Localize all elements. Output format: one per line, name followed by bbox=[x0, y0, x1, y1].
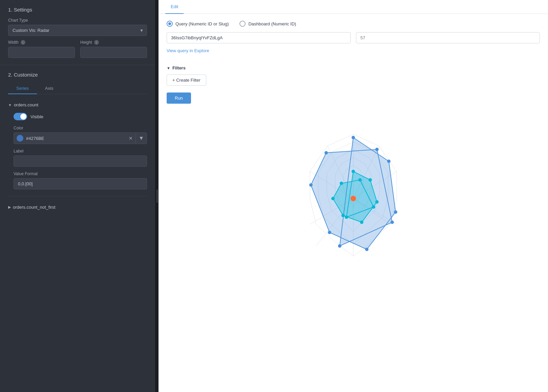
dot bbox=[309, 183, 313, 187]
series-label-orders-count-not-first: orders.count_not_first bbox=[13, 205, 56, 210]
label-field-label: Label bbox=[14, 149, 147, 153]
series-label-orders-count: orders.count bbox=[14, 102, 38, 107]
dot bbox=[372, 205, 375, 209]
color-clear-icon[interactable]: ✕ bbox=[126, 133, 135, 143]
height-label: Height i bbox=[80, 40, 147, 45]
filters-section: ▼ Filters + Create Filter bbox=[167, 65, 540, 86]
width-height-row: Width i Height i bbox=[8, 40, 147, 58]
series-item-orders-count: ▼ orders.count Visible Color bbox=[8, 101, 147, 189]
chart-container bbox=[167, 110, 540, 287]
width-label: Width i bbox=[8, 40, 75, 45]
drag-handle bbox=[156, 189, 158, 203]
query-id-input[interactable] bbox=[167, 32, 351, 43]
radio-row: Query (Numeric ID or Slug) Dashboard (Nu… bbox=[167, 21, 540, 27]
create-filter-button[interactable]: + Create Filter bbox=[167, 75, 206, 86]
center-dot bbox=[351, 196, 356, 201]
top-tab-edit[interactable]: Edit bbox=[165, 0, 184, 14]
color-label: Color bbox=[14, 126, 147, 130]
dashboard-radio-option[interactable]: Dashboard (Numeric ID) bbox=[239, 21, 296, 27]
dot bbox=[391, 221, 394, 224]
filters-header[interactable]: ▼ Filters bbox=[167, 65, 540, 70]
chart-type-select[interactable]: Custom Vis: Radar bbox=[8, 25, 147, 36]
dashboard-radio-label: Dashboard (Numeric ID) bbox=[248, 21, 296, 26]
right-content: Query (Numeric ID or Slug) Dashboard (Nu… bbox=[159, 14, 548, 392]
customize-title: 2. Customize bbox=[8, 72, 147, 78]
series-divider bbox=[8, 196, 147, 197]
dot bbox=[394, 210, 397, 214]
color-swatch[interactable] bbox=[17, 135, 23, 142]
series-header-orders-count[interactable]: ▼ orders.count bbox=[8, 101, 147, 109]
visible-row: Visible bbox=[14, 113, 147, 120]
tab-series[interactable]: Series bbox=[8, 83, 37, 94]
panel-divider[interactable] bbox=[156, 0, 159, 392]
radar-chart bbox=[265, 117, 441, 280]
dot bbox=[331, 197, 335, 200]
width-field-group: Width i bbox=[8, 40, 75, 58]
query-radio-circle bbox=[167, 21, 173, 27]
dot bbox=[375, 200, 379, 204]
query-radio-label: Query (Numeric ID or Slug) bbox=[175, 21, 229, 26]
dot bbox=[352, 136, 355, 139]
dot bbox=[352, 170, 355, 173]
dot bbox=[345, 215, 348, 219]
customize-tabs: Series Axis bbox=[8, 83, 147, 94]
run-button[interactable]: Run bbox=[167, 92, 191, 104]
dot bbox=[368, 178, 372, 182]
color-value-input[interactable] bbox=[26, 134, 126, 143]
filters-chevron-icon: ▼ bbox=[167, 66, 170, 70]
dot bbox=[358, 178, 362, 182]
settings-title: 1. Settings bbox=[8, 7, 147, 13]
width-info-icon[interactable]: i bbox=[21, 40, 25, 45]
dot bbox=[341, 214, 345, 217]
series-body-orders-count: Visible Color ✕ ▼ Label Value Format bbox=[8, 109, 147, 189]
series-item-orders-count-not-first[interactable]: ▶ orders.count_not_first bbox=[8, 203, 147, 211]
color-field: ✕ ▼ bbox=[14, 132, 147, 144]
chevron-down-icon: ▼ bbox=[8, 103, 12, 107]
dot bbox=[340, 182, 343, 185]
height-input[interactable] bbox=[80, 47, 147, 58]
tab-axis[interactable]: Axis bbox=[37, 83, 62, 94]
label-input[interactable] bbox=[14, 156, 147, 167]
settings-section: 1. Settings Chart Type Custom Vis: Radar… bbox=[0, 0, 155, 65]
view-query-link[interactable]: View query in Explore bbox=[167, 48, 209, 53]
query-section: Query (Numeric ID or Slug) Dashboard (Nu… bbox=[167, 21, 540, 59]
left-panel: 1. Settings Chart Type Custom Vis: Radar… bbox=[0, 0, 156, 392]
width-input[interactable] bbox=[8, 47, 75, 58]
filters-title: Filters bbox=[172, 65, 186, 70]
dot bbox=[360, 221, 363, 224]
right-panel: Edit Query (Numeric ID or Slug) Dashboar… bbox=[159, 0, 548, 392]
chart-type-select-wrapper: Custom Vis: Radar ▼ bbox=[8, 25, 147, 36]
dot bbox=[338, 244, 341, 248]
dot bbox=[328, 231, 331, 234]
query-radio-option[interactable]: Query (Numeric ID or Slug) bbox=[167, 21, 229, 27]
inputs-row bbox=[167, 32, 540, 43]
dot bbox=[324, 151, 328, 154]
chart-type-label: Chart Type bbox=[8, 18, 147, 23]
visible-toggle[interactable] bbox=[14, 113, 27, 120]
dot bbox=[365, 248, 368, 251]
top-tabs: Edit bbox=[159, 0, 548, 14]
height-field-group: Height i bbox=[80, 40, 147, 58]
value-format-input[interactable] bbox=[14, 178, 147, 189]
chevron-right-icon: ▶ bbox=[8, 205, 11, 209]
dashboard-radio-circle bbox=[239, 21, 246, 27]
color-dropdown-icon[interactable]: ▼ bbox=[135, 133, 147, 143]
height-info-icon[interactable]: i bbox=[94, 40, 99, 45]
value-format-label: Value Format bbox=[14, 171, 147, 176]
customize-section: 2. Customize Series Axis ▼ orders.count bbox=[0, 65, 155, 392]
dot bbox=[375, 148, 379, 151]
visible-label: Visible bbox=[30, 114, 43, 119]
dashboard-id-input[interactable] bbox=[356, 32, 540, 43]
dot bbox=[387, 160, 391, 163]
